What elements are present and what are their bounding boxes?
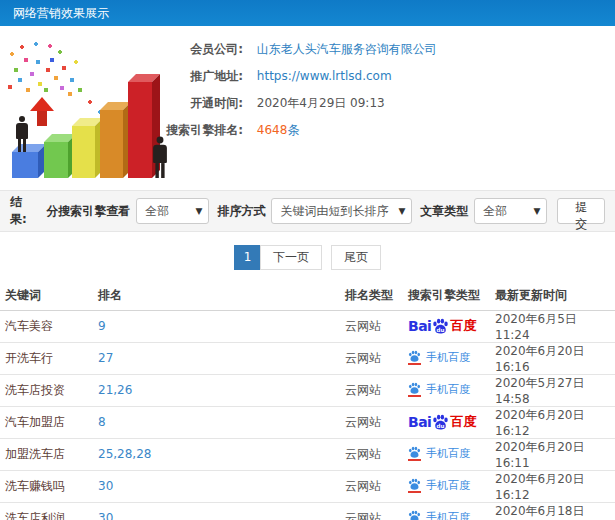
promo-url-label: 推广地址: xyxy=(0,63,243,90)
mobile-baidu-label: 手机百度 xyxy=(426,446,470,461)
filter-bar: 结果: 分搜索引擎查看 全部 ▼ 排序方式 关键词由短到长排序 ▼ 文章类型 全… xyxy=(0,190,615,232)
table-row: 加盟洗车店 25,28,28 云网站 Bai du 百度 xyxy=(0,438,615,470)
table-row: 洗车店利润 30 云网站 Bai du 百度 xyxy=(0,502,615,520)
mobile-baidu-label: 手机百度 xyxy=(426,350,470,365)
member-company-row: 会员公司: 山东老人头汽车服务咨询有限公司 xyxy=(0,36,437,63)
open-time-value: 2020年4月29日 09:13 xyxy=(247,96,385,110)
keyword-cell: 开洗车行 xyxy=(0,342,93,374)
mobile-baidu-logo: 手机百度 xyxy=(408,350,470,365)
mobile-baidu-logo: 手机百度 xyxy=(408,382,470,397)
baidu-logo-cn: 百度 xyxy=(450,413,476,431)
engine-type-cell: Bai du 百度 xyxy=(403,342,490,374)
update-time-cell: 2020年6月20日 16:12 xyxy=(490,470,615,502)
page-1-button[interactable]: 1 xyxy=(234,245,261,270)
keyword-cell: 汽车加盟店 xyxy=(0,406,93,438)
col-engine-type: 搜索引擎类型 xyxy=(403,282,490,310)
keyword-rank-table: 关键词 排名 排名类型 搜索引擎类型 最新更新时间 汽车美容 9 云网站 Bai xyxy=(0,282,615,520)
update-time-cell: 2020年6月20日 16:16 xyxy=(490,342,615,374)
rank-type-cell: 云网站 xyxy=(340,406,403,438)
pagination: 1 下一页 尾页 xyxy=(0,232,615,282)
engine-type-cell: Bai du 百度 xyxy=(403,310,490,342)
col-rank: 排名 xyxy=(93,282,340,310)
mobile-baidu-logo: 手机百度 xyxy=(408,478,470,493)
rank-cell[interactable]: 9 xyxy=(93,310,340,342)
sort-select[interactable]: 关键词由短到长排序 ▼ xyxy=(271,198,412,224)
rank-type-cell: 云网站 xyxy=(340,342,403,374)
engine-rank-label: 搜索引擎排名: xyxy=(0,117,243,144)
update-time-cell: 2020年6月18日 14:27 xyxy=(490,502,615,520)
svg-text:du: du xyxy=(437,422,445,428)
engine-view-select[interactable]: 全部 ▼ xyxy=(136,198,209,224)
mobile-baidu-paw-icon xyxy=(408,350,421,365)
mobile-baidu-paw-icon xyxy=(408,510,421,520)
bar-blue xyxy=(12,152,38,178)
table-row: 洗车店投资 21,26 云网站 Bai du 百度 xyxy=(0,374,615,406)
next-page-button[interactable]: 下一页 xyxy=(260,245,322,270)
col-rank-type: 排名类型 xyxy=(340,282,403,310)
mobile-baidu-label: 手机百度 xyxy=(426,478,470,493)
company-info-panel: 会员公司: 山东老人头汽车服务咨询有限公司 推广地址: https://www.… xyxy=(0,36,437,144)
article-type-select[interactable]: 全部 ▼ xyxy=(474,198,547,224)
caret-down-icon: ▼ xyxy=(533,199,540,223)
article-type-selected: 全部 xyxy=(483,199,507,223)
page-header-bar: 网络营销效果展示 xyxy=(0,0,615,26)
baidu-logo-cn: 百度 xyxy=(450,317,476,335)
rank-unit: 条 xyxy=(287,123,299,137)
bar-green xyxy=(44,142,68,178)
rank-cell[interactable]: 27 xyxy=(93,342,340,374)
baidu-logo-text: Bai xyxy=(408,318,431,334)
engine-rank-row: 搜索引擎排名: 4648条 xyxy=(0,117,437,144)
rank-type-cell: 云网站 xyxy=(340,310,403,342)
mobile-baidu-label: 手机百度 xyxy=(426,510,470,520)
table-header-row: 关键词 排名 排名类型 搜索引擎类型 最新更新时间 xyxy=(0,282,615,310)
table-row: 洗车赚钱吗 30 云网站 Bai du 百度 xyxy=(0,470,615,502)
baidu-paw-icon: du xyxy=(432,318,449,335)
keyword-cell: 洗车店利润 xyxy=(0,502,93,520)
caret-down-icon: ▼ xyxy=(195,199,202,223)
member-company-link[interactable]: 山东老人头汽车服务咨询有限公司 xyxy=(247,42,437,56)
update-time-cell: 2020年6月5日 11:24 xyxy=(490,310,615,342)
last-page-button[interactable]: 尾页 xyxy=(331,245,381,270)
keyword-cell: 加盟洗车店 xyxy=(0,438,93,470)
engine-type-cell: Bai du 百度 xyxy=(403,470,490,502)
mobile-baidu-paw-icon xyxy=(408,478,421,493)
engine-type-cell: Bai du 百度 xyxy=(403,502,490,520)
caret-down-icon: ▼ xyxy=(398,199,405,223)
submit-button[interactable]: 提交 xyxy=(557,198,605,224)
mobile-baidu-label: 手机百度 xyxy=(426,382,470,397)
update-time-cell: 2020年5月27日 14:58 xyxy=(490,374,615,406)
rank-count: 4648 xyxy=(257,123,288,137)
engine-view-selected: 全部 xyxy=(145,199,169,223)
rank-type-cell: 云网站 xyxy=(340,438,403,470)
promo-url-link[interactable]: https://www.lrtlsd.com xyxy=(247,69,392,83)
rank-cell[interactable]: 8 xyxy=(93,406,340,438)
mobile-baidu-logo: 手机百度 xyxy=(408,446,470,461)
col-update-time: 最新更新时间 xyxy=(490,282,615,310)
svg-text:du: du xyxy=(437,326,445,332)
engine-view-label: 分搜索引擎查看 xyxy=(46,203,130,220)
mobile-baidu-paw-icon xyxy=(408,382,421,397)
keyword-cell: 洗车赚钱吗 xyxy=(0,470,93,502)
rank-cell[interactable]: 25,28,28 xyxy=(93,438,340,470)
keyword-cell: 洗车店投资 xyxy=(0,374,93,406)
keyword-cell: 汽车美容 xyxy=(0,310,93,342)
baidu-paw-icon: du xyxy=(432,414,449,431)
open-time-row: 开通时间: 2020年4月29日 09:13 xyxy=(0,90,437,117)
rank-type-cell: 云网站 xyxy=(340,470,403,502)
engine-rank-value: 4648条 xyxy=(247,123,300,137)
engine-type-cell: Bai du 百度 xyxy=(403,374,490,406)
rank-cell[interactable]: 30 xyxy=(93,470,340,502)
article-type-label: 文章类型 xyxy=(420,203,468,220)
table-row: 汽车美容 9 云网站 Bai du 百度 xyxy=(0,310,615,342)
baidu-logo: Bai du 百度 xyxy=(408,413,476,431)
rank-type-cell: 云网站 xyxy=(340,502,403,520)
summary-section: 会员公司: 山东老人头汽车服务咨询有限公司 推广地址: https://www.… xyxy=(0,26,615,190)
rank-cell[interactable]: 21,26 xyxy=(93,374,340,406)
baidu-logo: Bai du 百度 xyxy=(408,317,476,335)
mobile-baidu-logo: 手机百度 xyxy=(408,510,470,520)
rank-cell[interactable]: 30 xyxy=(93,502,340,520)
open-time-label: 开通时间: xyxy=(0,90,243,117)
baidu-logo-text: Bai xyxy=(408,414,431,430)
result-label: 结果: xyxy=(10,194,38,228)
table-row: 汽车加盟店 8 云网站 Bai du 百度 xyxy=(0,406,615,438)
